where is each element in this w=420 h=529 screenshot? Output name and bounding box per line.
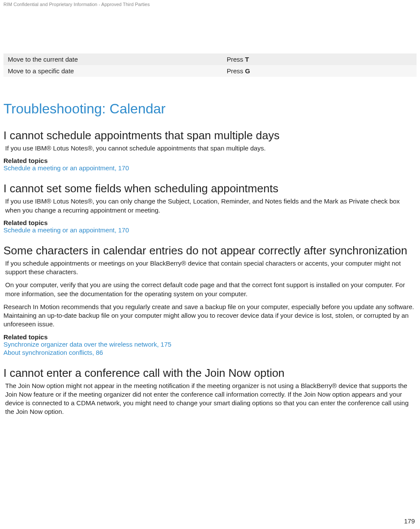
body-text: The Join Now option might not appear in … xyxy=(5,382,417,416)
related-link[interactable]: Schedule a meeting or an appointment, 17… xyxy=(3,164,417,172)
related-link[interactable]: Synchronize organizer data over the wire… xyxy=(3,341,417,348)
page-content: Move to the current date Press T Move to… xyxy=(0,7,420,424)
shortcut-key-cell: Press G xyxy=(223,65,417,77)
table-row: Move to the current date Press T xyxy=(3,53,417,65)
shortcut-key-prefix: Press xyxy=(227,56,245,63)
shortcut-key-cell: Press T xyxy=(223,53,417,65)
topic-heading: Some characters in calendar entries do n… xyxy=(3,244,417,257)
body-text: On your computer, verify that you are us… xyxy=(5,281,417,298)
table-row: Move to a specific date Press G xyxy=(3,65,417,77)
page-number: 179 xyxy=(404,517,415,525)
related-link[interactable]: About synchronization conflicts, 86 xyxy=(3,349,417,356)
topic-heading: I cannot set some fields when scheduling… xyxy=(3,182,417,195)
shortcut-key: T xyxy=(245,56,249,63)
confidential-header: RIM Confidential and Proprietary Informa… xyxy=(0,0,420,7)
body-text: If you use IBM® Lotus Notes®, you can on… xyxy=(5,197,417,215)
topic-heading: I cannot enter a conference call with th… xyxy=(3,366,417,380)
shortcut-action: Move to the current date xyxy=(3,53,223,65)
shortcut-key-prefix: Press xyxy=(227,67,245,75)
body-text: If you schedule appointments or meetings… xyxy=(5,259,417,277)
shortcuts-table: Move to the current date Press T Move to… xyxy=(3,53,417,77)
body-text: If you use IBM® Lotus Notes®, you cannot… xyxy=(5,144,417,153)
related-topics-label: Related topics xyxy=(3,157,417,164)
topic-heading: I cannot schedule appointments that span… xyxy=(3,129,417,142)
shortcut-action: Move to a specific date xyxy=(3,65,223,77)
page: RIM Confidential and Proprietary Informa… xyxy=(0,0,420,529)
related-topics-label: Related topics xyxy=(3,333,417,341)
related-topics-label: Related topics xyxy=(3,219,417,226)
related-link[interactable]: Schedule a meeting or an appointment, 17… xyxy=(3,226,417,234)
body-text: Research In Motion recommends that you r… xyxy=(3,303,417,329)
section-title: Troubleshooting: Calendar xyxy=(3,101,417,117)
shortcut-key: G xyxy=(245,67,250,75)
